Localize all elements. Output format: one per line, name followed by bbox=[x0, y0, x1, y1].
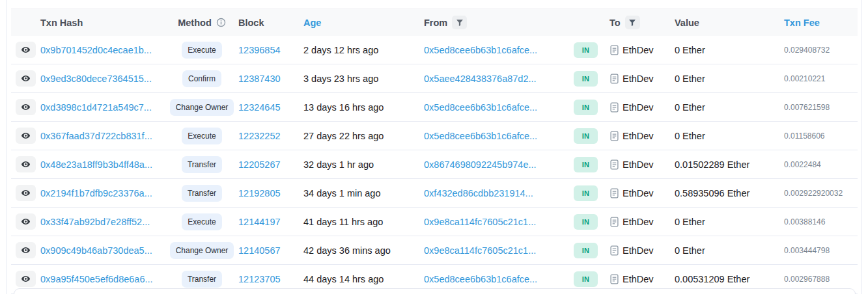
table-row: 0x9b701452d0c4ecae1b... Execute 12396854… bbox=[11, 36, 858, 64]
age-text: 27 days 22 hrs ago bbox=[303, 131, 424, 141]
to-filter-button[interactable] bbox=[625, 16, 640, 29]
contract-document-icon bbox=[609, 74, 619, 84]
block-link[interactable]: 12396854 bbox=[238, 45, 303, 55]
preview-transaction-button[interactable] bbox=[16, 42, 36, 58]
age-text: 44 days 14 hrs ago bbox=[303, 274, 424, 284]
preview-transaction-button[interactable] bbox=[16, 128, 36, 144]
method-badge: Transfer bbox=[182, 271, 222, 288]
contract-document-icon bbox=[609, 245, 619, 256]
column-header-age[interactable]: Age bbox=[303, 18, 424, 28]
txn-hash-link[interactable]: 0x2194f1b7dfb9c23376a... bbox=[40, 188, 165, 198]
to-name-link[interactable]: EthDev bbox=[623, 45, 654, 55]
method-badge: Change Owner bbox=[170, 242, 234, 259]
table-row: 0x909c49b46ab730dea5... Change Owner 121… bbox=[11, 236, 858, 265]
txn-hash-link[interactable]: 0x48e23a18ff9b3b4ff48a... bbox=[40, 159, 165, 170]
value-text: 0 Ether bbox=[675, 217, 776, 227]
value-text: 0 Ether bbox=[675, 45, 776, 55]
next-card-edge bbox=[14, 288, 856, 294]
method-badge: Transfer bbox=[182, 185, 222, 202]
value-text: 0 Ether bbox=[675, 245, 776, 256]
column-header-block: Block bbox=[238, 18, 303, 28]
block-link[interactable]: 12192805 bbox=[238, 188, 303, 198]
filter-icon bbox=[628, 19, 636, 27]
txn-hash-link[interactable]: 0xd3898c1d4721a549c7... bbox=[40, 102, 165, 113]
age-text: 41 days 11 hrs ago bbox=[303, 217, 424, 227]
to-name-link[interactable]: EthDev bbox=[623, 188, 654, 198]
from-address-link[interactable]: 0x8674698092245b974e... bbox=[424, 159, 574, 170]
contract-document-icon bbox=[609, 102, 619, 113]
block-link[interactable]: 12144197 bbox=[238, 217, 303, 227]
from-address-link[interactable]: 0xf432ed86cdbb231914... bbox=[424, 188, 574, 198]
table-row: 0x2194f1b7dfb9c23376a... Transfer 121928… bbox=[11, 179, 858, 208]
to-name-link[interactable]: EthDev bbox=[623, 74, 654, 84]
to-name-link[interactable]: EthDev bbox=[623, 102, 654, 113]
eye-icon bbox=[21, 45, 31, 55]
txn-hash-link[interactable]: 0x33f47ab92bd7e28ff52... bbox=[40, 217, 165, 227]
age-text: 13 days 16 hrs ago bbox=[303, 102, 424, 113]
block-link[interactable]: 12205267 bbox=[238, 159, 303, 170]
block-link[interactable]: 12324645 bbox=[238, 102, 303, 113]
eye-icon bbox=[21, 245, 31, 255]
preview-transaction-button[interactable] bbox=[16, 271, 36, 287]
from-address-link[interactable]: 0x5aee428438376a87d2... bbox=[424, 74, 574, 84]
age-text: 3 days 23 hrs ago bbox=[303, 74, 424, 84]
preview-transaction-button[interactable] bbox=[16, 213, 36, 230]
txn-fee-text: 0.029408732 bbox=[776, 46, 858, 55]
method-badge: Execute bbox=[182, 42, 221, 59]
block-link[interactable]: 12387430 bbox=[238, 74, 303, 84]
to-name-link[interactable]: EthDev bbox=[623, 274, 654, 284]
contract-document-icon bbox=[609, 188, 619, 198]
column-header-value: Value bbox=[675, 18, 776, 28]
from-address-link[interactable]: 0x5ed8cee6b63b1c6afce... bbox=[424, 45, 574, 55]
direction-badge: IN bbox=[574, 42, 598, 58]
block-link[interactable]: 12140567 bbox=[238, 245, 303, 256]
eye-icon bbox=[21, 74, 31, 83]
txn-hash-link[interactable]: 0x367faad37d722cb831f... bbox=[40, 131, 165, 141]
direction-badge: IN bbox=[574, 185, 598, 201]
block-link[interactable]: 12232252 bbox=[238, 131, 303, 141]
preview-transaction-button[interactable] bbox=[16, 242, 36, 258]
table-row: 0xd3898c1d4721a549c7... Change Owner 123… bbox=[11, 93, 858, 122]
direction-badge: IN bbox=[574, 71, 598, 87]
value-text: 0.58935096 Ether bbox=[675, 188, 776, 198]
age-text: 32 days 1 hr ago bbox=[303, 159, 424, 170]
from-address-link[interactable]: 0x5ed8cee6b63b1c6afce... bbox=[424, 102, 574, 113]
txn-hash-link[interactable]: 0x9b701452d0c4ecae1b... bbox=[40, 45, 165, 55]
value-text: 0 Ether bbox=[675, 131, 776, 141]
txn-fee-text: 0.002922920032 bbox=[776, 189, 858, 198]
eye-icon bbox=[21, 131, 31, 141]
direction-badge: IN bbox=[574, 128, 598, 144]
txn-hash-link[interactable]: 0x9a95f450e5ef6d8e6a6... bbox=[40, 274, 165, 284]
table-row: 0x33f47ab92bd7e28ff52... Execute 1214419… bbox=[11, 208, 858, 236]
from-address-link[interactable]: 0x5ed8cee6b63b1c6afce... bbox=[424, 274, 574, 284]
column-header-txn-fee[interactable]: Txn Fee bbox=[776, 18, 858, 28]
preview-transaction-button[interactable] bbox=[16, 185, 36, 201]
direction-badge: IN bbox=[574, 157, 598, 172]
txn-fee-text: 0.003444798 bbox=[776, 246, 858, 255]
eye-icon bbox=[21, 102, 31, 112]
to-name-link[interactable]: EthDev bbox=[623, 159, 654, 170]
preview-transaction-button[interactable] bbox=[16, 70, 36, 87]
from-filter-button[interactable] bbox=[452, 16, 467, 29]
block-link[interactable]: 12123705 bbox=[238, 274, 303, 284]
contract-document-icon bbox=[609, 217, 619, 227]
preview-transaction-button[interactable] bbox=[16, 156, 36, 172]
from-address-link[interactable]: 0x9e8ca114fc7605c21c1... bbox=[424, 245, 574, 256]
transactions-card: Txn Hash Method Block Age From To bbox=[7, 0, 862, 294]
to-name-link[interactable]: EthDev bbox=[623, 245, 654, 256]
txn-hash-link[interactable]: 0x909c49b46ab730dea5... bbox=[40, 245, 165, 256]
eye-icon bbox=[21, 217, 31, 226]
eye-icon bbox=[21, 188, 31, 198]
txn-hash-link[interactable]: 0x9ed3c80dece7364515... bbox=[40, 74, 165, 84]
direction-badge: IN bbox=[574, 243, 598, 258]
contract-document-icon bbox=[609, 274, 619, 284]
txn-fee-text: 0.007621598 bbox=[776, 103, 858, 112]
info-icon[interactable] bbox=[216, 18, 226, 27]
method-badge: Change Owner bbox=[170, 99, 234, 116]
method-badge: Execute bbox=[182, 128, 221, 144]
from-address-link[interactable]: 0x5ed8cee6b63b1c6afce... bbox=[424, 131, 574, 141]
preview-transaction-button[interactable] bbox=[16, 99, 36, 115]
to-name-link[interactable]: EthDev bbox=[623, 217, 654, 227]
from-address-link[interactable]: 0x9e8ca114fc7605c21c1... bbox=[424, 217, 574, 227]
to-name-link[interactable]: EthDev bbox=[623, 131, 654, 141]
